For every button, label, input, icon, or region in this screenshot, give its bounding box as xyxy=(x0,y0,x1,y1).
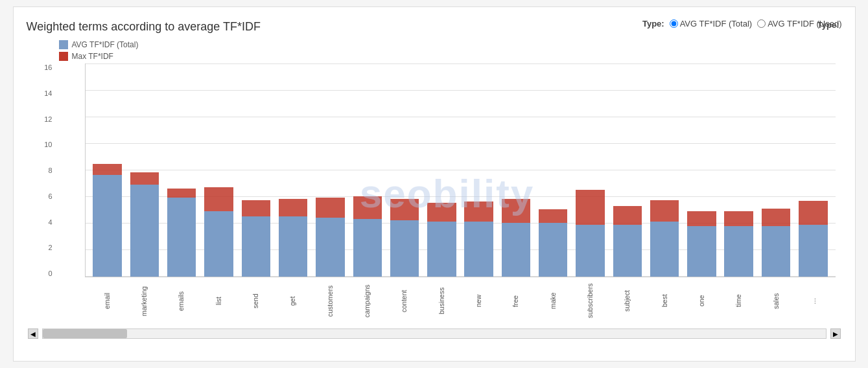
radio-avg-used[interactable]: AVG TF*IDF (Used) xyxy=(757,19,841,29)
bar-red-send xyxy=(242,200,270,216)
bar-group-emails xyxy=(165,189,198,277)
y-tick-0: 0 xyxy=(30,270,53,277)
scroll-left-arrow[interactable]: ◀ xyxy=(28,328,38,339)
bar-red-content xyxy=(390,199,419,220)
x-label-make: make xyxy=(536,280,570,322)
bar-blue-make xyxy=(539,223,567,277)
bar-red-… xyxy=(799,201,827,225)
bar-red-free xyxy=(502,199,530,223)
scroll-right-arrow[interactable]: ▶ xyxy=(830,328,841,339)
bar-stack-list xyxy=(202,187,235,277)
legend-item-red: Max TF*IDF xyxy=(59,52,842,61)
bar-blue-content xyxy=(390,220,419,277)
y-tick-4: 4 xyxy=(30,218,53,226)
x-label-free: free xyxy=(499,280,532,322)
x-label-get: get xyxy=(276,280,309,322)
x-label-subject: subject xyxy=(610,280,644,322)
bar-stack-best xyxy=(648,200,681,277)
y-tick-10: 10 xyxy=(30,141,53,148)
x-label-list: list xyxy=(202,280,235,322)
legend-color-red xyxy=(59,52,68,61)
bar-group-one xyxy=(685,211,718,277)
scrollbar-row: ◀ ▶ xyxy=(27,328,842,339)
scrollbar-thumb[interactable] xyxy=(43,329,127,338)
x-label-marketing: marketing xyxy=(127,280,161,322)
bar-group-… xyxy=(796,201,830,277)
bar-group-business xyxy=(425,203,458,277)
y-tick-16: 16 xyxy=(30,63,53,71)
bar-blue-… xyxy=(799,225,827,277)
x-label-send: send xyxy=(239,280,272,322)
bar-group-content xyxy=(388,199,421,277)
bar-stack-content xyxy=(388,199,421,277)
chart-container: Weighted terms according to average TF*I… xyxy=(13,6,856,362)
bar-red-make xyxy=(539,209,567,223)
bar-red-new xyxy=(464,201,493,222)
y-tick-12: 12 xyxy=(30,115,53,123)
radio-avg-total[interactable]: AVG TF*IDF (Total) xyxy=(670,19,752,29)
bar-blue-time xyxy=(724,226,753,277)
radio-avg-used-label: AVG TF*IDF (Used) xyxy=(768,19,841,29)
bar-blue-emails xyxy=(167,198,196,277)
x-label-best: best xyxy=(648,280,681,322)
bar-stack-marketing xyxy=(128,172,161,277)
x-label-emails: emails xyxy=(164,280,198,322)
bar-stack-email xyxy=(91,164,124,277)
bar-red-sales xyxy=(762,209,790,226)
legend: AVG TF*IDF (Total) Max TF*IDF xyxy=(59,40,842,61)
bar-blue-subject xyxy=(613,225,642,277)
bar-stack-emails xyxy=(165,189,198,277)
bar-red-customers xyxy=(316,198,344,218)
bar-blue-campaigns xyxy=(353,219,382,277)
radio-avg-total-input[interactable] xyxy=(670,19,678,28)
bar-stack-sales xyxy=(759,209,793,277)
bar-stack-new xyxy=(462,201,495,277)
radio-avg-used-input[interactable] xyxy=(757,19,766,28)
bar-blue-email xyxy=(93,175,121,277)
y-tick-14: 14 xyxy=(30,89,53,97)
bar-blue-free xyxy=(502,223,530,277)
bar-group-get xyxy=(276,199,310,277)
grid-and-bars xyxy=(85,63,836,277)
bar-group-customers xyxy=(313,198,347,277)
bar-red-subject xyxy=(613,206,642,225)
bar-stack-time xyxy=(722,211,756,277)
bar-blue-subscribers xyxy=(576,225,604,277)
bar-group-subscribers xyxy=(573,190,607,277)
x-label-new: new xyxy=(462,280,495,322)
chart-area: seobility 0 2 4 6 8 10 12 14 16 xyxy=(59,63,836,322)
bar-red-marketing xyxy=(130,172,159,185)
y-tick-2: 2 xyxy=(30,244,53,251)
legend-color-blue xyxy=(59,40,68,49)
bar-group-sales xyxy=(759,209,793,277)
bar-stack-customers xyxy=(313,198,347,277)
bar-red-emails xyxy=(167,189,196,198)
bar-group-best xyxy=(648,200,681,277)
x-label-customers: customers xyxy=(313,280,347,322)
bar-stack-subject xyxy=(611,206,644,277)
x-label-email: email xyxy=(90,280,124,322)
bar-blue-marketing xyxy=(130,185,159,277)
bar-red-subscribers xyxy=(576,190,604,225)
bar-stack-send xyxy=(239,200,273,277)
scrollbar-track[interactable] xyxy=(42,328,827,339)
bar-stack-subscribers xyxy=(573,190,607,277)
bar-blue-send xyxy=(242,216,270,277)
bar-red-campaigns xyxy=(353,196,382,219)
bar-stack-business xyxy=(425,203,458,277)
bar-blue-business xyxy=(427,222,456,277)
chart-title: Weighted terms according to average TF*I… xyxy=(27,20,261,34)
x-label-business: business xyxy=(425,280,458,322)
x-label-campaigns: campaigns xyxy=(350,280,384,322)
legend-label-blue: AVG TF*IDF (Total) xyxy=(72,40,139,49)
bar-blue-customers xyxy=(316,218,344,277)
y-tick-6: 6 xyxy=(30,192,53,200)
bar-stack-make xyxy=(536,209,570,277)
bar-stack-free xyxy=(499,199,533,277)
bar-group-email xyxy=(91,164,124,277)
type-label-text: Type: xyxy=(642,19,664,29)
legend-item-blue: AVG TF*IDF (Total) xyxy=(59,40,842,49)
x-label-content: content xyxy=(387,280,421,322)
bar-group-campaigns xyxy=(351,196,384,277)
bar-group-send xyxy=(239,200,273,277)
